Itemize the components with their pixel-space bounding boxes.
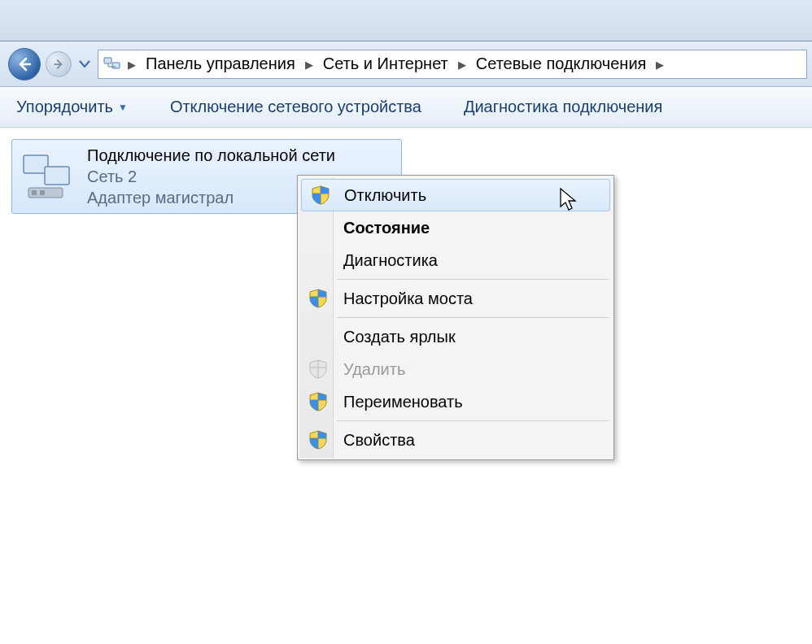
disable-device-label: Отключение сетевого устройства xyxy=(170,98,421,116)
nav-history-dropdown[interactable] xyxy=(76,56,93,72)
menu-item-diagnose[interactable]: Диагностика xyxy=(299,244,612,276)
organize-menu[interactable]: Упорядочить ▼ xyxy=(11,94,133,120)
svg-rect-0 xyxy=(104,58,111,63)
content-area: Подключение по локальной сети Сеть 2 Ада… xyxy=(0,128,812,644)
breadcrumb-network-connections[interactable]: Сетевые подключения xyxy=(473,53,650,75)
breadcrumb-separator-icon: ▸ xyxy=(653,54,667,74)
breadcrumb-separator-icon: ▸ xyxy=(302,54,317,74)
menu-item-disable[interactable]: Отключить xyxy=(301,179,610,211)
menu-item-label: Отключить xyxy=(344,186,426,205)
breadcrumb-separator-icon: ▸ xyxy=(455,54,469,74)
svg-rect-3 xyxy=(45,167,69,185)
menu-item-label: Переименовать xyxy=(343,393,463,411)
breadcrumb-network-internet[interactable]: Сеть и Интернет xyxy=(320,53,452,75)
address-bar[interactable]: ▸ Панель управления ▸ Сеть и Интернет ▸ … xyxy=(98,50,807,79)
menu-item-delete: Удалить xyxy=(299,353,612,385)
menu-separator xyxy=(337,317,609,318)
shield-icon xyxy=(309,289,327,308)
command-toolbar: Упорядочить ▼ Отключение сетевого устрой… xyxy=(0,87,812,128)
shield-icon xyxy=(309,392,327,411)
menu-item-label: Настройка моста xyxy=(343,289,473,308)
breadcrumb-separator-icon: ▸ xyxy=(124,54,139,74)
navigation-bar: ▸ Панель управления ▸ Сеть и Интернет ▸ … xyxy=(0,41,812,87)
organize-label: Упорядочить xyxy=(16,98,113,116)
svg-rect-1 xyxy=(112,63,120,68)
diagnose-connection-button[interactable]: Диагностика подключения xyxy=(459,94,667,120)
svg-rect-5 xyxy=(32,190,37,195)
context-menu: Отключить Состояние Диагностика Настройк… xyxy=(297,175,614,460)
menu-item-label: Удалить xyxy=(343,360,405,379)
menu-item-bridge[interactable]: Настройка моста xyxy=(299,282,612,315)
menu-separator xyxy=(337,279,609,280)
shield-icon xyxy=(309,430,327,450)
menu-item-label: Свойства xyxy=(343,431,415,450)
menu-item-rename[interactable]: Переименовать xyxy=(299,385,612,418)
menu-item-label: Диагностика xyxy=(343,251,438,270)
disable-device-button[interactable]: Отключение сетевого устройства xyxy=(165,94,426,120)
menu-separator xyxy=(337,420,609,421)
network-connections-icon xyxy=(103,55,121,73)
connection-title: Подключение по локальной сети xyxy=(87,145,335,166)
back-button[interactable] xyxy=(8,48,41,80)
svg-rect-6 xyxy=(40,190,45,195)
network-adapter-icon xyxy=(20,152,77,201)
menu-item-label: Создать ярлык xyxy=(343,328,456,346)
forward-button[interactable] xyxy=(46,51,72,77)
chevron-down-icon: ▼ xyxy=(118,102,128,113)
diagnose-label: Диагностика подключения xyxy=(464,98,662,116)
menu-item-status[interactable]: Состояние xyxy=(299,211,612,244)
window-titlebar xyxy=(0,0,812,41)
shield-icon xyxy=(312,185,330,205)
explorer-window: ▸ Панель управления ▸ Сеть и Интернет ▸ … xyxy=(0,41,812,644)
menu-item-create-shortcut[interactable]: Создать ярлык xyxy=(299,320,612,353)
shield-icon xyxy=(309,359,327,379)
menu-item-label: Состояние xyxy=(343,219,430,237)
menu-item-properties[interactable]: Свойства xyxy=(299,424,612,456)
breadcrumb-control-panel[interactable]: Панель управления xyxy=(142,53,299,75)
